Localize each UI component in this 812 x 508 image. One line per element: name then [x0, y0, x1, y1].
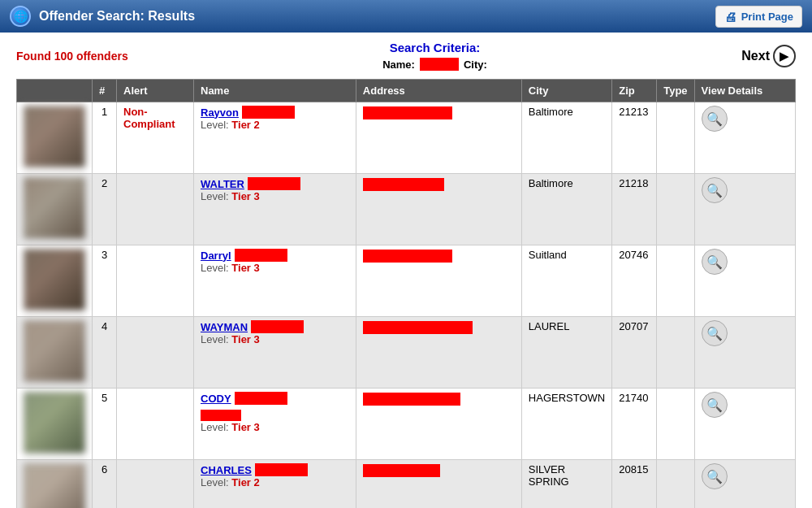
table-row: 5 CODY Level: Tier 3 HAGERSTOWN 21740	[17, 389, 796, 460]
col-address: Address	[356, 80, 521, 102]
address-redacted	[363, 393, 460, 406]
col-name: Name	[194, 80, 356, 102]
view-details-cell: 🔍	[694, 389, 795, 460]
address-cell	[356, 389, 521, 460]
results-table: # Alert Name Address City Zip Type View …	[16, 79, 796, 508]
zip-cell: 20815	[612, 460, 657, 509]
view-details-button[interactable]: 🔍	[702, 249, 728, 275]
alert-value	[117, 245, 194, 317]
criteria-row: Name: City:	[382, 58, 487, 71]
address-cell	[356, 174, 521, 245]
row-number: 5	[93, 389, 117, 460]
alert-value	[117, 317, 194, 389]
address-cell	[356, 245, 521, 317]
globe-icon: 🌐	[10, 6, 31, 27]
alert-value	[117, 460, 194, 509]
view-details-button[interactable]: 🔍	[702, 392, 728, 418]
offender-photo	[24, 463, 85, 508]
offender-photo	[24, 320, 85, 382]
offender-name-link[interactable]: Rayvon	[201, 106, 239, 119]
photo-cell	[17, 245, 93, 317]
type-cell	[657, 317, 694, 389]
address-redacted	[363, 106, 452, 119]
type-cell	[657, 389, 694, 460]
view-details-cell: 🔍	[694, 317, 795, 389]
offender-photo	[24, 177, 85, 239]
main-content: Found 100 offenders Search Criteria: Nam…	[0, 33, 812, 508]
table-header-row: # Alert Name Address City Zip Type View …	[17, 80, 796, 102]
criteria-title: Search Criteria:	[382, 41, 487, 54]
photo-cell	[17, 389, 93, 460]
found-count: Found 100 offenders	[16, 50, 128, 63]
name-cell: WAYMAN Level: Tier 3	[194, 317, 356, 389]
city-cell: SILVER SPRING	[521, 460, 611, 509]
table-row: 1 Non-Compliant Rayvon Level: Tier 2 Bal…	[17, 102, 796, 174]
type-cell	[657, 460, 694, 509]
last-name-redacted	[242, 106, 295, 119]
zip-cell: 20707	[612, 317, 657, 389]
header-bar: 🌐 Offender Search: Results 🖨 Print Page	[0, 0, 812, 33]
address-line2-redacted	[201, 410, 241, 421]
offender-photo	[24, 106, 85, 167]
name-cell: WALTER Level: Tier 3	[194, 174, 356, 245]
photo-cell	[17, 460, 93, 509]
city-cell: Suitland	[521, 245, 611, 317]
type-cell	[657, 245, 694, 317]
col-city: City	[521, 80, 611, 102]
last-name-redacted	[235, 249, 287, 262]
address-cell	[356, 317, 521, 389]
alert-value	[117, 389, 194, 460]
zip-cell: 21213	[612, 102, 657, 174]
offender-photo	[24, 392, 85, 454]
offender-name-link[interactable]: WAYMAN	[201, 321, 248, 333]
search-info-bar: Found 100 offenders Search Criteria: Nam…	[16, 41, 796, 71]
last-name-redacted	[255, 463, 308, 476]
print-label: Print Page	[741, 11, 793, 23]
alert-value	[117, 174, 194, 245]
address-redacted	[363, 464, 440, 477]
row-number: 6	[93, 460, 117, 509]
next-button[interactable]: Next ▶	[741, 45, 796, 67]
zip-cell: 21218	[612, 174, 657, 245]
view-details-button[interactable]: 🔍	[702, 463, 728, 489]
criteria-section: Search Criteria: Name: City:	[382, 41, 487, 71]
offender-name-link[interactable]: WALTER	[201, 178, 244, 190]
view-details-cell: 🔍	[694, 102, 795, 174]
city-cell: Baltimore	[521, 102, 611, 174]
header-left: 🌐 Offender Search: Results	[10, 6, 195, 27]
zip-cell: 20746	[612, 245, 657, 317]
view-details-button[interactable]: 🔍	[702, 106, 728, 132]
offender-name-link[interactable]: CODY	[201, 393, 231, 405]
zip-cell: 21740	[612, 389, 657, 460]
city-cell: Baltimore	[521, 174, 611, 245]
name-label: Name:	[382, 59, 415, 71]
view-details-cell: 🔍	[694, 245, 795, 317]
photo-cell	[17, 102, 93, 174]
col-num: #	[93, 80, 117, 102]
print-button[interactable]: 🖨 Print Page	[715, 6, 802, 28]
row-number: 2	[93, 174, 117, 245]
last-name-redacted	[251, 320, 304, 333]
offender-name-link[interactable]: CHARLES	[201, 464, 252, 476]
photo-cell	[17, 174, 93, 245]
view-details-cell: 🔍	[694, 460, 795, 509]
address-redacted	[363, 178, 444, 191]
name-cell: CHARLES Level: Tier 2	[194, 460, 356, 509]
address-cell	[356, 102, 521, 174]
city-cell: HAGERSTOWN	[521, 389, 611, 460]
table-row: 4 WAYMAN Level: Tier 3 LAUREL 20707 🔍	[17, 317, 796, 389]
printer-icon: 🖨	[724, 10, 736, 24]
last-name-redacted	[235, 392, 287, 405]
row-number: 1	[93, 102, 117, 174]
view-details-button[interactable]: 🔍	[702, 320, 728, 346]
col-type: Type	[657, 80, 694, 102]
address-redacted	[363, 250, 452, 263]
table-row: 6 CHARLES Level: Tier 2 SILVER SPRING 20…	[17, 460, 796, 509]
view-details-button[interactable]: 🔍	[702, 177, 728, 203]
name-cell: Rayvon Level: Tier 2	[194, 102, 356, 174]
next-label: Next	[741, 49, 770, 63]
col-photo	[17, 80, 93, 102]
type-cell	[657, 174, 694, 245]
row-number: 3	[93, 245, 117, 317]
offender-name-link[interactable]: Darryl	[201, 250, 231, 262]
